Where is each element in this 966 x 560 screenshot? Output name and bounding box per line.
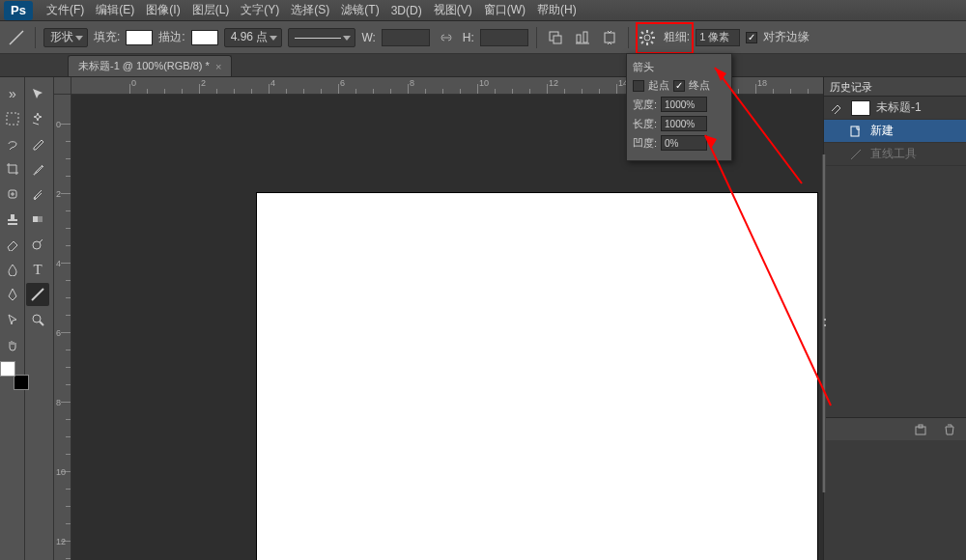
align-icon[interactable] [572, 27, 593, 48]
zoom-tool[interactable] [26, 308, 49, 331]
menu-file[interactable]: 文件(F) [41, 0, 90, 21]
arrow-length-field[interactable] [661, 116, 707, 131]
document-canvas[interactable] [257, 193, 817, 560]
menu-select[interactable]: 选择(S) [285, 0, 335, 21]
ruler-corner [54, 77, 71, 95]
hand-tool[interactable] [1, 333, 24, 356]
document-tab-bar: 未标题-1 @ 100%(RGB/8) * × [0, 54, 966, 77]
expand-tools-icon[interactable]: » [1, 82, 24, 105]
menu-type[interactable]: 文字(Y) [235, 0, 285, 21]
path-select-tool[interactable] [1, 308, 24, 331]
gear-icon[interactable] [637, 27, 658, 48]
menu-3d[interactable]: 3D(D) [385, 0, 428, 21]
lasso-tool[interactable] [1, 132, 24, 155]
w-label: W: [361, 31, 375, 44]
svg-line-31 [40, 322, 43, 325]
pen-tool[interactable] [1, 283, 24, 306]
menu-view[interactable]: 视图(V) [428, 0, 478, 21]
start-label: 起点 [648, 78, 669, 93]
tools-panel-right: T [25, 77, 54, 560]
options-bar: 形状 填充: 描边: 4.96 点 W: H: 粗细: ✓ 对齐边缘 [0, 21, 966, 54]
arrow-concave-field[interactable] [661, 135, 707, 151]
path-ops-icon[interactable] [545, 27, 566, 48]
menu-image[interactable]: 图像(I) [140, 0, 185, 21]
weight-field[interactable] [696, 29, 740, 46]
brush-tool[interactable] [26, 157, 49, 181]
history-item-new[interactable]: 新建 [824, 120, 966, 143]
close-tab-icon[interactable]: × [215, 61, 221, 72]
crop-tool[interactable] [1, 157, 24, 181]
line-step-icon [849, 148, 865, 161]
history-item-label: 新建 [870, 123, 894, 139]
svg-rect-20 [7, 113, 18, 125]
app-logo: Ps [4, 1, 33, 20]
arrange-icon[interactable] [599, 27, 620, 48]
move-tool[interactable] [26, 82, 49, 105]
history-panel-title[interactable]: 历史记录 [824, 77, 966, 97]
end-checkbox[interactable]: ✓ [673, 80, 685, 92]
arrow-width-label: 宽度: [633, 98, 657, 112]
eraser-tool[interactable] [1, 233, 24, 256]
history-panel: 历史记录 未标题-1 新建 直线工具 [823, 77, 966, 560]
dodge-tool[interactable] [26, 233, 49, 256]
new-snapshot-icon[interactable] [910, 419, 931, 440]
healing-tool[interactable] [1, 182, 24, 206]
svg-rect-3 [577, 35, 581, 42]
document-tab[interactable]: 未标题-1 @ 100%(RGB/8) * × [68, 55, 232, 76]
marquee-tool[interactable] [1, 107, 24, 130]
svg-point-7 [644, 35, 650, 41]
wand-tool[interactable] [26, 107, 49, 130]
ruler-vertical[interactable]: 024681012 [54, 95, 71, 560]
h-label: H: [463, 31, 474, 44]
delete-icon[interactable] [939, 419, 960, 440]
stamp-tool[interactable] [1, 208, 24, 231]
svg-point-27 [33, 241, 41, 249]
line-tool-icon [6, 27, 27, 48]
history-panel-footer [824, 417, 966, 440]
align-edges-label: 对齐边缘 [763, 29, 810, 45]
stroke-swatch[interactable] [191, 30, 218, 45]
svg-line-29 [32, 289, 43, 300]
weight-label: 粗细: [664, 29, 690, 45]
arrowhead-popup: 箭头 起点 ✓ 终点 宽度: 长度: 凹度: [626, 53, 732, 161]
svg-line-0 [10, 31, 23, 44]
history-brush-tool[interactable] [26, 182, 49, 206]
text-tool[interactable]: T [26, 258, 49, 281]
link-wh-icon[interactable] [436, 27, 457, 48]
history-snapshot[interactable]: 未标题-1 [824, 97, 966, 120]
svg-line-14 [641, 42, 643, 43]
svg-rect-4 [583, 32, 587, 42]
menu-edit[interactable]: 编辑(E) [90, 0, 140, 21]
line-shape-tool[interactable] [26, 283, 49, 306]
arrow-width-field[interactable] [661, 97, 707, 112]
blur-tool[interactable] [1, 258, 24, 281]
width-field[interactable] [382, 29, 430, 46]
brush-preview-icon [830, 101, 845, 115]
stroke-width-dropdown[interactable]: 4.96 点 [224, 28, 283, 47]
height-field[interactable] [480, 29, 528, 46]
menu-layer[interactable]: 图层(L) [186, 0, 236, 21]
start-checkbox[interactable] [633, 80, 644, 92]
panel-resizer[interactable] [822, 154, 826, 492]
svg-line-33 [851, 150, 861, 159]
svg-line-15 [651, 32, 653, 34]
tool-mode-dropdown[interactable]: 形状 [43, 28, 88, 47]
menu-window[interactable]: 窗口(W) [478, 0, 531, 21]
history-item-line[interactable]: 直线工具 [824, 143, 966, 166]
color-swatches[interactable] [0, 361, 29, 390]
stroke-style-dropdown[interactable] [288, 28, 355, 47]
eyedropper-tool[interactable] [26, 132, 49, 155]
svg-rect-6 [605, 33, 614, 42]
svg-rect-2 [554, 36, 561, 43]
snapshot-label: 未标题-1 [876, 99, 922, 116]
history-item-label: 直线工具 [870, 146, 917, 162]
fill-swatch[interactable] [126, 30, 153, 45]
gradient-tool[interactable] [26, 208, 49, 231]
menu-filter[interactable]: 滤镜(T) [335, 0, 384, 21]
stroke-label: 描边: [158, 29, 185, 45]
align-edges-checkbox[interactable]: ✓ [746, 32, 757, 43]
menu-help[interactable]: 帮助(H) [531, 0, 582, 21]
svg-rect-32 [851, 126, 859, 136]
svg-line-13 [651, 42, 653, 43]
new-doc-icon [849, 125, 865, 138]
